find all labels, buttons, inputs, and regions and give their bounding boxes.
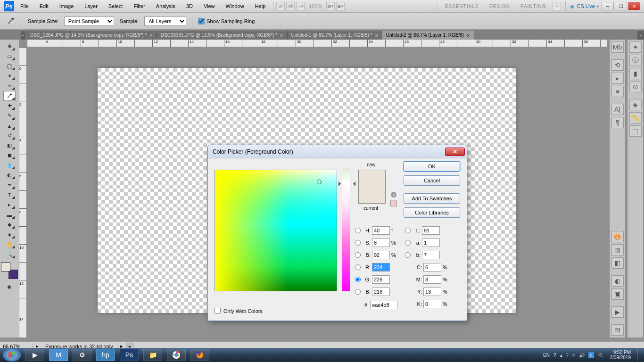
fg-color-swatch[interactable]: [1, 262, 10, 272]
lasso-tool[interactable]: ◯: [3, 61, 16, 71]
tray-clock[interactable]: 9:50 PM 2/09/2019: [607, 350, 634, 360]
tray-volume-icon[interactable]: 🔊: [579, 353, 585, 358]
screen-mode-icon[interactable]: ▭▾: [296, 2, 305, 10]
show-desktop-button[interactable]: [637, 348, 641, 362]
masks-panel-icon[interactable]: ▣: [611, 288, 624, 300]
only-web-colors-checkbox[interactable]: Only Web Colors: [215, 308, 263, 314]
paragraph-panel-icon[interactable]: ¶: [611, 117, 624, 128]
menu-edit[interactable]: Edit: [35, 1, 53, 11]
path-tool[interactable]: ▸: [3, 200, 16, 210]
g-radio[interactable]: [355, 277, 361, 282]
screen-icon[interactable]: ▣▾: [336, 2, 345, 10]
show-ring-input[interactable]: [198, 18, 205, 25]
clone-source-icon[interactable]: ⊙: [629, 81, 642, 92]
b-rgb-radio[interactable]: [355, 289, 361, 295]
taskbar-hp[interactable]: hp: [96, 349, 115, 361]
workspace-design[interactable]: DESIGN: [486, 3, 514, 10]
3d-panel-icon[interactable]: ◈: [629, 99, 642, 110]
type-tool[interactable]: T: [3, 190, 16, 200]
minibridge-panel-icon[interactable]: Mb: [611, 41, 624, 53]
dialog-titlebar[interactable]: Color Picker (Foreground Color) ✕: [208, 145, 467, 158]
k-input[interactable]: [423, 300, 441, 308]
start-button[interactable]: [3, 348, 21, 362]
wand-tool[interactable]: ✦: [3, 71, 16, 81]
l-input[interactable]: [422, 226, 440, 235]
dialog-close-button[interactable]: ✕: [445, 148, 465, 156]
c-input[interactable]: [423, 263, 441, 272]
tool-presets-icon[interactable]: ≡: [611, 86, 624, 97]
styles-panel-icon[interactable]: ◧: [611, 257, 624, 269]
transform-panel-icon[interactable]: ⬚: [629, 125, 642, 137]
tray-action-center-icon[interactable]: ?: [566, 353, 569, 358]
hand-tool[interactable]: ✋: [3, 239, 16, 249]
cancel-button[interactable]: Cancel: [404, 175, 460, 186]
l-radio[interactable]: [405, 228, 411, 233]
shape-tool[interactable]: ▬: [3, 210, 16, 220]
tab-close-icon[interactable]: ×: [467, 33, 470, 38]
saturation-brightness-field[interactable]: [215, 170, 337, 291]
g-input[interactable]: [372, 275, 390, 284]
info-panel-icon[interactable]: ⓘ: [629, 55, 642, 66]
eraser-tool[interactable]: ◧: [3, 140, 16, 150]
swatches-panel-icon[interactable]: ▦: [611, 244, 624, 255]
taskbar-app-3[interactable]: ⚙: [73, 349, 91, 361]
move-tool[interactable]: ✥: [3, 41, 16, 51]
show-sampling-ring-checkbox[interactable]: Show Sampling Ring: [198, 18, 255, 25]
b-lab-input[interactable]: [422, 251, 440, 259]
tab-close-icon[interactable]: ×: [375, 33, 378, 38]
sample-size-select[interactable]: Point Sample: [64, 16, 114, 26]
menu-filter[interactable]: Filter: [129, 1, 149, 11]
zoom-tool[interactable]: 🔍: [3, 249, 16, 259]
websafe-swatch[interactable]: [390, 200, 397, 206]
layers-panel-icon[interactable]: ▤: [611, 324, 624, 336]
history-brush-tool[interactable]: ↺: [3, 131, 16, 140]
menu-analysis[interactable]: Analysis: [151, 1, 180, 11]
zoom-level-display[interactable]: 100%: [306, 3, 325, 9]
tray-battery-icon[interactable]: 🔌: [598, 353, 603, 358]
dodge-tool[interactable]: ◐: [3, 170, 16, 180]
a-radio[interactable]: [405, 240, 411, 246]
taskbar-photoshop[interactable]: Ps: [120, 349, 139, 361]
gamut-warning-icon[interactable]: [390, 191, 397, 198]
menu-layer[interactable]: Layer: [80, 1, 102, 11]
animation-panel-icon[interactable]: ▶: [611, 306, 624, 318]
menu-help[interactable]: Help: [250, 1, 271, 11]
bridge-icon[interactable]: Br: [276, 2, 285, 10]
b-hsb-input[interactable]: [372, 251, 390, 259]
workspace-essentials[interactable]: ESSENTIALS: [441, 3, 483, 10]
gradient-tool[interactable]: ◼: [3, 150, 16, 160]
cs-live-button[interactable]: ◉CS Live▾: [570, 3, 599, 9]
healing-tool[interactable]: ✚: [3, 101, 16, 111]
menu-file[interactable]: File: [16, 1, 33, 11]
tab-close-icon[interactable]: ×: [280, 33, 283, 38]
menu-window[interactable]: Window: [221, 1, 249, 11]
actions-panel-icon[interactable]: ▸: [611, 73, 624, 84]
measure-panel-icon[interactable]: 📏: [629, 112, 642, 123]
history-panel-icon[interactable]: ⟲: [611, 59, 624, 71]
character-panel-icon[interactable]: A|: [611, 104, 624, 115]
tray-bluetooth-icon[interactable]: ≡: [572, 353, 575, 358]
close-button[interactable]: ✕: [628, 2, 640, 10]
a-input[interactable]: [422, 239, 440, 247]
h-input[interactable]: [372, 226, 390, 235]
color-libraries-button[interactable]: Color Libraries: [404, 207, 460, 218]
minibridge-icon[interactable]: Mb: [286, 2, 295, 10]
taskbar-mediaplayer[interactable]: ▶: [25, 349, 44, 361]
tray-help-icon[interactable]: ?: [553, 353, 556, 358]
eyedropper-tool[interactable]: [3, 91, 16, 101]
3d-tool[interactable]: ◆: [3, 220, 16, 230]
quickmask-toggle[interactable]: ◉: [3, 282, 16, 292]
taskbar-maxthon[interactable]: M: [49, 349, 68, 361]
menu-image[interactable]: Image: [55, 1, 79, 11]
menu-3d[interactable]: 3D: [182, 1, 198, 11]
tab-scroll-left[interactable]: «: [21, 31, 25, 40]
blur-tool[interactable]: 💧: [3, 160, 16, 170]
menu-select[interactable]: Select: [104, 1, 128, 11]
b-hsb-radio[interactable]: [355, 252, 361, 258]
document-tab[interactable]: Untitled-1 @ 66.7% (Layer 1, RGB/8) *×: [288, 30, 382, 40]
color-preview-swatch[interactable]: [358, 170, 386, 204]
3d-camera-tool[interactable]: ◈: [3, 230, 16, 239]
tab-close-icon[interactable]: ×: [149, 33, 152, 38]
b-lab-radio[interactable]: [405, 252, 411, 258]
hue-slider[interactable]: [342, 170, 350, 291]
